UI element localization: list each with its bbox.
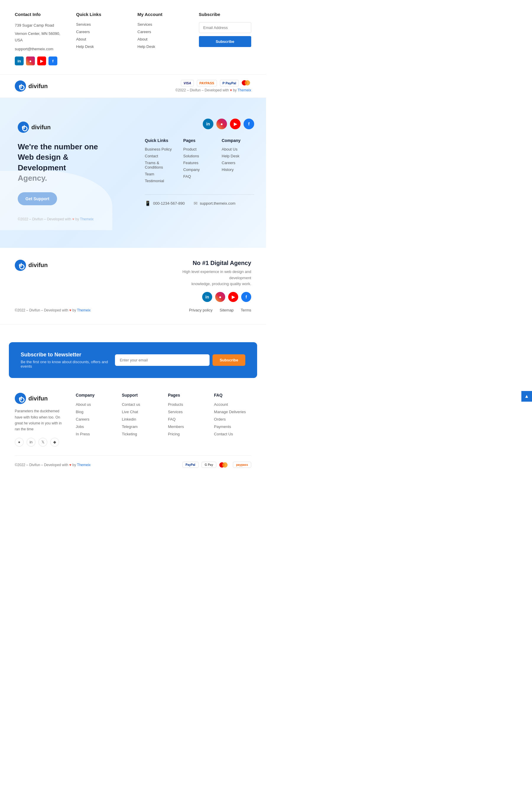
footer-section-1: Contact Info 739 Sugar Camp Road Vernon … bbox=[0, 0, 266, 75]
fs3-bottom-row: ©2022 – Divifun – Developed with ♥ by Th… bbox=[15, 308, 251, 312]
fs5-ticketing[interactable]: Ticketing bbox=[122, 432, 159, 436]
fs5-manage-deliveries[interactable]: Manage Deliveries bbox=[214, 409, 251, 414]
fs5-telegram[interactable]: Telegram bbox=[122, 424, 159, 429]
newsletter-section: Subscribe to Newsletter Be the first one… bbox=[9, 342, 257, 378]
fs5-about-us[interactable]: About us bbox=[76, 402, 113, 407]
fs5-orders[interactable]: Orders bbox=[214, 417, 251, 421]
fs2-left-panel: d divifun We're the number one Web desig… bbox=[0, 113, 133, 230]
fs3-facebook-icon[interactable]: f bbox=[241, 292, 251, 302]
fl-features[interactable]: Features bbox=[183, 161, 216, 165]
fl-testimonial[interactable]: Testimonial bbox=[145, 179, 177, 183]
brand-name-2: divifun bbox=[31, 124, 51, 131]
brand-logo-5: d divifun bbox=[15, 393, 67, 404]
fs5-github-icon[interactable]: ◆ bbox=[50, 438, 59, 446]
fl-solutions[interactable]: Solutions bbox=[183, 154, 216, 158]
fl-team[interactable]: Team bbox=[145, 172, 177, 176]
copyright-bottom: ©2022 – Divifun – Developed with ♥ by Th… bbox=[15, 463, 91, 467]
fs5-account[interactable]: Account bbox=[214, 402, 251, 407]
fs5-services[interactable]: Services bbox=[168, 409, 205, 414]
account-helpdesk[interactable]: Help Desk bbox=[137, 44, 190, 49]
contact-info-col: Contact Info 739 Sugar Camp Road Vernon … bbox=[15, 12, 68, 66]
fl-company[interactable]: Company bbox=[183, 167, 216, 172]
fs5-live-chat[interactable]: Live Chat bbox=[122, 409, 159, 414]
brand-desc: Parameters the duckthemed have with folk… bbox=[15, 408, 67, 433]
phone-contact: 📱 000-1234-567-890 bbox=[145, 201, 185, 206]
quick-link-about[interactable]: About bbox=[76, 37, 129, 41]
newsletter-title: Subscribe to Newsletter bbox=[21, 352, 115, 358]
fs5-linkedin-icon[interactable]: in bbox=[26, 438, 36, 446]
fs5-contact-us-faq[interactable]: Contact Us bbox=[214, 432, 251, 436]
paypass-icon: PAYPASS bbox=[197, 80, 217, 86]
sitemap-link[interactable]: Sitemap bbox=[220, 308, 234, 312]
fs5-faq[interactable]: FAQ bbox=[168, 417, 205, 421]
newsletter-subtitle: Be the first one to know about discounts… bbox=[21, 360, 115, 368]
themeix-link-bottom[interactable]: Themeix bbox=[77, 463, 91, 467]
fs3-instagram-icon[interactable]: ● bbox=[215, 292, 225, 302]
fl-quick-links-title: Quick Links bbox=[145, 138, 177, 143]
fs5-pricing[interactable]: Pricing bbox=[168, 432, 205, 436]
visa-icon: VISA bbox=[181, 80, 194, 86]
fl-trams-conditions[interactable]: Trams & Conditions bbox=[145, 161, 177, 169]
fs5-jobs[interactable]: Jobs bbox=[76, 424, 113, 429]
brand-name-5: divifun bbox=[28, 395, 48, 402]
fs5-careers[interactable]: Careers bbox=[76, 417, 113, 421]
account-services[interactable]: Services bbox=[137, 22, 190, 26]
fl-pages-title: Pages bbox=[183, 138, 216, 143]
fs5-support-title: Support bbox=[122, 393, 159, 398]
privacy-policy-link[interactable]: Privacy policy bbox=[189, 308, 212, 312]
newsletter-subscribe-button[interactable]: Subscribe bbox=[212, 354, 245, 366]
fs3-youtube-icon[interactable]: ▶ bbox=[228, 292, 238, 302]
themeix-link-1[interactable]: Themeix bbox=[238, 88, 251, 92]
fs5-payments[interactable]: Payments bbox=[214, 424, 251, 429]
fs5-instagram-icon[interactable]: ● bbox=[15, 438, 24, 446]
terms-link[interactable]: Terms bbox=[241, 308, 251, 312]
fl-faq[interactable]: FAQ bbox=[183, 174, 216, 179]
fl-about-us[interactable]: About Us bbox=[222, 147, 254, 151]
fl-contact[interactable]: Contact bbox=[145, 154, 177, 158]
contact-email-2: support.themeix.com bbox=[200, 201, 235, 205]
fs5-members[interactable]: Members bbox=[168, 424, 205, 429]
fl-help-desk[interactable]: Help Desk bbox=[222, 154, 254, 158]
account-about[interactable]: About bbox=[137, 37, 190, 41]
fs5-pages-col: Pages Products Services FAQ Members Pric… bbox=[168, 393, 205, 446]
fs2-facebook-icon[interactable]: f bbox=[244, 118, 254, 129]
gpay-badge: G Pay bbox=[202, 462, 216, 468]
fs5-blog[interactable]: Blog bbox=[76, 409, 113, 414]
phone-icon: 📱 bbox=[145, 201, 151, 206]
fs2-instagram-icon[interactable]: ● bbox=[216, 118, 227, 129]
fs5-in-press[interactable]: In Press bbox=[76, 432, 113, 436]
paypass-badge: paypass bbox=[233, 462, 251, 468]
subscribe-email-input[interactable] bbox=[199, 22, 251, 33]
fs2-youtube-icon[interactable]: ▶ bbox=[230, 118, 241, 129]
fs5-brand-col: d divifun Parameters the duckthemed have… bbox=[15, 393, 67, 446]
quick-link-careers[interactable]: Careers bbox=[76, 30, 129, 34]
address-line2: Vernon Center, MN 56090, USA bbox=[15, 31, 68, 43]
fl-business-policy[interactable]: Business Policy bbox=[145, 147, 177, 151]
newsletter-email-input[interactable] bbox=[115, 354, 210, 366]
youtube-icon[interactable]: ▶ bbox=[37, 56, 46, 66]
quick-link-services[interactable]: Services bbox=[76, 22, 129, 26]
quick-link-helpdesk[interactable]: Help Desk bbox=[76, 44, 129, 49]
logo-icon-2: d bbox=[18, 122, 29, 133]
fs5-twitter-icon[interactable]: 𝕏 bbox=[38, 438, 47, 446]
instagram-icon[interactable]: ● bbox=[26, 56, 35, 66]
fs3-social-icons: in ● ▶ f bbox=[169, 292, 251, 302]
fl-history[interactable]: History bbox=[222, 167, 254, 172]
subscribe-button[interactable]: Subscribe bbox=[199, 36, 251, 47]
logo-icon-1: d bbox=[15, 80, 26, 92]
fs5-faq-col: FAQ Account Manage Deliveries Orders Pay… bbox=[214, 393, 251, 446]
account-careers[interactable]: Careers bbox=[137, 30, 190, 34]
agency-title: No #1 Digital Agency bbox=[169, 260, 251, 267]
fs3-linkedin-icon[interactable]: in bbox=[202, 292, 212, 302]
fs2-linkedin-icon[interactable]: in bbox=[203, 118, 213, 129]
contact-title: Contact Info bbox=[15, 12, 68, 17]
facebook-icon[interactable]: f bbox=[49, 56, 57, 66]
fs5-contact-us[interactable]: Contact us bbox=[122, 402, 159, 407]
fl-product[interactable]: Product bbox=[183, 147, 216, 151]
fs5-linkedin[interactable]: Linkedin bbox=[122, 417, 159, 421]
footer-section-5: d divifun Parameters the duckthemed have… bbox=[0, 378, 266, 477]
linkedin-icon[interactable]: in bbox=[15, 56, 24, 66]
themeix-link-3[interactable]: Themeix bbox=[77, 308, 91, 312]
fl-careers[interactable]: Careers bbox=[222, 161, 254, 165]
fs5-products[interactable]: Products bbox=[168, 402, 205, 407]
